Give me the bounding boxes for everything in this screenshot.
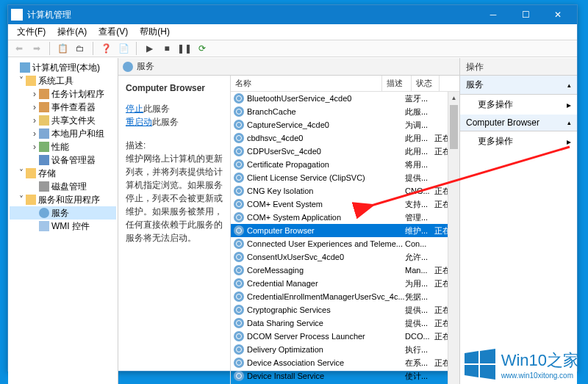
service-icon xyxy=(234,291,244,302)
scroll-up-icon[interactable]: ▲ xyxy=(448,92,459,104)
scroll-thumb[interactable] xyxy=(450,105,458,149)
help-button[interactable]: 📄 xyxy=(115,40,132,57)
service-row[interactable]: Cryptographic Services提供...正在... xyxy=(231,303,459,316)
tree-system-tools[interactable]: ˅系统工具 xyxy=(10,74,116,87)
tree-disk-mgmt[interactable]: 磁盘管理 xyxy=(10,180,116,193)
main-header-title: 服务 xyxy=(137,60,154,73)
tree-services-apps[interactable]: ˅服务和应用程序 xyxy=(10,193,116,206)
service-row[interactable]: Device Association Service在系...正在... xyxy=(231,356,459,369)
actions-section-services[interactable]: 服务▴ xyxy=(460,76,577,95)
service-row[interactable]: Computer Browser维护...正在... xyxy=(231,224,459,237)
close-button[interactable]: ✕ xyxy=(542,5,574,24)
windows-logo-icon xyxy=(465,349,495,380)
minimize-button[interactable]: ─ xyxy=(477,5,509,24)
list-body[interactable]: BluetoothUserService_4cde0蓝牙...BranchCac… xyxy=(231,92,459,384)
chevron-right-icon: ▸ xyxy=(567,100,571,110)
up-button[interactable]: 📋 xyxy=(54,40,71,57)
service-icon xyxy=(234,225,244,236)
stop-button[interactable]: ■ xyxy=(159,40,175,57)
col-name[interactable]: 名称 xyxy=(231,76,382,91)
service-name: Device Install Service xyxy=(247,372,405,380)
service-row[interactable]: CoreMessagingMan...正在... xyxy=(231,264,459,277)
menu-view[interactable]: 查看(V) xyxy=(93,23,134,40)
menu-help[interactable]: 帮助(H) xyxy=(134,23,176,40)
restart-button[interactable]: ⟳ xyxy=(194,40,210,57)
actions-section-selected[interactable]: Computer Browser▴ xyxy=(460,115,577,131)
service-row[interactable]: ConsentUxUserSvc_4cde0允许... xyxy=(231,250,459,264)
service-row[interactable]: CredentialEnrollmentManagerUserSvc_4c...… xyxy=(231,290,459,303)
pause-button[interactable]: ❚❚ xyxy=(176,40,193,57)
service-icon xyxy=(234,278,244,289)
service-name: BluetoothUserService_4cde0 xyxy=(247,94,405,103)
service-row[interactable]: cbdhsvc_4cde0此用...正在... xyxy=(231,131,459,145)
svg-marker-2 xyxy=(465,351,478,363)
tree-local-users[interactable]: ›本地用户和组 xyxy=(10,127,116,140)
tree-performance[interactable]: ›性能 xyxy=(10,140,116,153)
service-row[interactable]: BluetoothUserService_4cde0蓝牙... xyxy=(231,92,459,105)
restart-service-link[interactable]: 重启动 xyxy=(126,117,152,127)
maximize-button[interactable]: ☐ xyxy=(509,5,542,24)
service-row[interactable]: Connected User Experiences and Teleme...… xyxy=(231,237,459,250)
service-row[interactable]: DCOM Server Process LauncherDCO...正在... xyxy=(231,330,459,343)
svg-marker-3 xyxy=(480,349,495,363)
service-detail-pane: Computer Browser 停止此服务 重启动此服务 描述: 维护网络上计… xyxy=(118,76,230,384)
export-button[interactable]: ❓ xyxy=(98,40,114,57)
service-name: CDPUserSvc_4cde0 xyxy=(247,147,405,156)
service-icon xyxy=(234,146,244,156)
service-row[interactable]: COM+ Event System支持...正在... xyxy=(231,198,459,211)
col-desc[interactable]: 描述 xyxy=(382,76,412,91)
titlebar[interactable]: 计算机管理 ─ ☐ ✕ xyxy=(8,5,577,24)
service-desc: DCO... xyxy=(405,332,434,341)
service-desc: 提供... xyxy=(405,318,434,329)
service-icon xyxy=(234,106,244,117)
tree-device-manager[interactable]: 设备管理器 xyxy=(10,153,116,167)
service-row[interactable]: CDPUserSvc_4cde0此用...正在... xyxy=(231,145,459,158)
tree-services[interactable]: 服务 xyxy=(10,206,116,220)
service-name: Certificate Propagation xyxy=(247,160,405,169)
tree-task-scheduler[interactable]: ›任务计划程序 xyxy=(10,87,116,101)
tree-root[interactable]: 计算机管理(本地) xyxy=(10,61,116,74)
tree-wmi[interactable]: WMI 控件 xyxy=(10,220,116,233)
menu-action[interactable]: 操作(A) xyxy=(51,23,93,40)
tree-event-viewer[interactable]: ›事件查看器 xyxy=(10,101,116,114)
service-row[interactable]: Client License Service (ClipSVC)提供... xyxy=(231,171,459,184)
col-status[interactable]: 状态 xyxy=(412,76,440,91)
service-name: CredentialEnrollmentManagerUserSvc_4c... xyxy=(247,292,405,301)
watermark: Win10之家 www.win10xitong.com xyxy=(465,349,579,380)
service-icon xyxy=(234,331,244,341)
list-header: 名称 描述 状态 xyxy=(231,76,459,92)
service-row[interactable]: COM+ System Application管理... xyxy=(231,211,459,224)
service-desc: 此用... xyxy=(405,133,434,144)
stop-service-link[interactable]: 停止 xyxy=(126,104,143,114)
service-desc: 凭据... xyxy=(405,291,434,303)
service-row[interactable]: BranchCache此服... xyxy=(231,105,459,118)
refresh-button[interactable]: 🗀 xyxy=(72,40,88,57)
service-row[interactable]: Delivery Optimization执行... xyxy=(231,343,459,356)
service-desc: 此用... xyxy=(405,146,434,157)
actions-more-1[interactable]: 更多操作▸ xyxy=(460,95,577,115)
service-desc: 提供... xyxy=(405,305,434,316)
service-desc: 此服... xyxy=(405,106,434,117)
tree-shared-folders[interactable]: ›共享文件夹 xyxy=(10,114,116,127)
service-row[interactable]: Credential Manager为用...正在... xyxy=(231,277,459,290)
menu-file[interactable]: 文件(F) xyxy=(11,23,51,40)
service-icon xyxy=(234,173,244,183)
service-row[interactable]: CaptureService_4cde0为调... xyxy=(231,118,459,131)
service-desc: 管理... xyxy=(405,212,434,223)
service-name: CNG Key Isolation xyxy=(247,186,405,195)
service-row[interactable]: Data Sharing Service提供...正在... xyxy=(231,316,459,330)
actions-more-2[interactable]: 更多操作▸ xyxy=(460,131,577,151)
service-icon xyxy=(234,133,244,143)
play-button[interactable]: ▶ xyxy=(141,40,157,57)
service-row[interactable]: Certificate Propagation将用... xyxy=(231,158,459,171)
forward-button: ➡ xyxy=(29,40,45,57)
service-row[interactable]: Device Install Service使计... xyxy=(231,369,459,383)
service-icon xyxy=(234,199,244,209)
service-desc: Con... xyxy=(405,239,434,248)
tree-storage[interactable]: ˅存储 xyxy=(10,167,116,180)
nav-tree[interactable]: 计算机管理(本地) ˅系统工具 ›任务计划程序 ›事件查看器 ›共享文件夹 ›本… xyxy=(8,58,118,384)
service-icon xyxy=(234,186,244,196)
service-icon xyxy=(234,265,244,275)
list-scrollbar[interactable]: ▲ ▼ xyxy=(448,92,459,384)
service-row[interactable]: CNG Key IsolationCNG...正在... xyxy=(231,184,459,198)
